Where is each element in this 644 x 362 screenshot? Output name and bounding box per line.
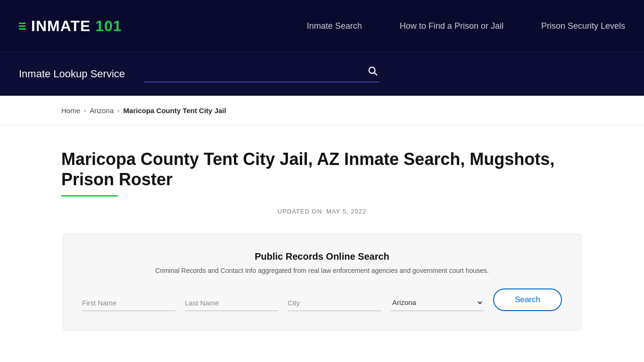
logo[interactable]: INMATE 101 — [19, 17, 122, 35]
breadcrumb-section: Home › Arizona › Maricopa County Tent Ci… — [0, 96, 644, 125]
header-search-wrapper — [144, 66, 380, 82]
city-input[interactable] — [288, 295, 381, 311]
page-title: Maricopa County Tent City Jail, AZ Inmat… — [61, 149, 583, 189]
first-name-input[interactable] — [82, 295, 175, 311]
state-field: AlabamaAlaskaArizonaArkansasCaliforniaCo… — [390, 294, 484, 311]
nav-find-prison[interactable]: How to Find a Prison or Jail — [400, 21, 504, 31]
search-section: Inmate Lookup Service — [0, 52, 644, 96]
breadcrumb-current: Maricopa County Tent City Jail — [124, 107, 226, 115]
public-records-form: AlabamaAlaskaArizonaArkansasCaliforniaCo… — [82, 288, 562, 311]
public-records-box: Public Records Online Search Criminal Re… — [63, 234, 581, 330]
search-icon — [367, 66, 378, 76]
breadcrumb-state[interactable]: Arizona — [90, 107, 114, 115]
nav-inmate-search[interactable]: Inmate Search — [307, 21, 362, 31]
first-name-field — [82, 295, 175, 311]
breadcrumb-chevron-2: › — [117, 107, 119, 114]
svg-line-1 — [374, 73, 377, 75]
service-label: Inmate Lookup Service — [19, 68, 125, 80]
last-name-input[interactable] — [185, 295, 278, 311]
public-records-title: Public Records Online Search — [82, 251, 562, 262]
breadcrumb-chevron-1: › — [84, 107, 86, 114]
logo-bars-icon — [19, 23, 25, 30]
state-select[interactable]: AlabamaAlaskaArizonaArkansasCaliforniaCo… — [390, 294, 484, 311]
nav-links-group: Inmate Search How to Find a Prison or Ja… — [307, 21, 625, 31]
public-records-description: Criminal Records and Contact Info aggreg… — [82, 267, 562, 274]
main-content: Maricopa County Tent City Jail, AZ Inmat… — [0, 125, 644, 349]
logo-text: INMATE 101 — [31, 17, 122, 35]
breadcrumb-home[interactable]: Home — [61, 107, 80, 115]
last-name-field — [185, 295, 278, 311]
title-underline — [61, 195, 118, 197]
search-button[interactable]: Search — [493, 288, 562, 311]
nav-security-levels[interactable]: Prison Security Levels — [541, 21, 625, 31]
top-navigation: INMATE 101 Inmate Search How to Find a P… — [0, 0, 644, 52]
breadcrumb: Home › Arizona › Maricopa County Tent Ci… — [61, 107, 583, 115]
header-search-input[interactable] — [144, 66, 365, 78]
header-search-button[interactable] — [365, 66, 380, 79]
updated-label: UPDATED ON: MAY 5, 2022 — [61, 208, 583, 215]
city-field — [288, 295, 381, 311]
